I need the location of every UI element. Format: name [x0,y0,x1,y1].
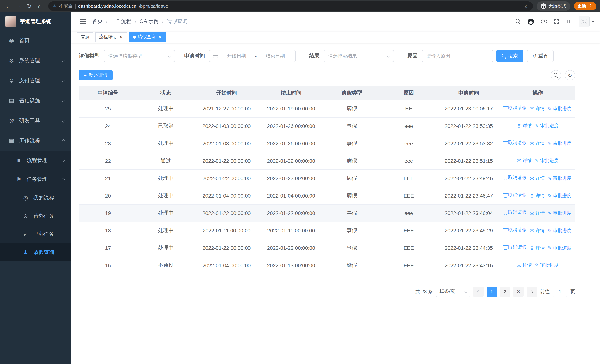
breadcrumb-item-workflow[interactable]: 工作流程 [111,18,131,25]
security-label[interactable]: 不安全 [59,3,73,9]
table-row[interactable]: 24 已取消 2022-01-03 00:00:00 2022-01-26 00… [79,117,575,135]
sidebar-item-leave-query[interactable]: ♟ 请假查询 [0,243,71,261]
search-button[interactable]: 搜索 [496,50,523,62]
next-page-button[interactable] [527,286,537,297]
table-row[interactable]: 21 处理中 2022-01-22 00:00:00 2022-01-23 00… [79,169,575,187]
table-row[interactable]: 19 处理中 2022-01-22 00:00:00 2022-01-22 00… [79,204,575,222]
page-size-select[interactable]: 10条/页 [436,286,470,297]
row-action-detail-button[interactable]: 详情 [517,123,532,129]
tab-leave-query[interactable]: 请假查询 × [129,32,166,42]
table-row[interactable]: 18 处理中 2022-01-11 00:00:00 2022-01-11 00… [79,222,575,239]
sidebar-item-payment[interactable]: ¥ 支付管理 [0,71,71,91]
row-action-progress-button[interactable]: ✎审批进度 [548,245,572,251]
apply-time-range-picker[interactable]: 开始日期 - 结束日期 [209,50,296,62]
row-action-progress-button[interactable]: ✎审批进度 [548,210,572,216]
cell-apply-id: 21 [79,169,137,187]
cell-apply-time: 2022-01-22 23:51:15 [437,152,500,169]
user-avatar-menu[interactable]: ▾ [579,16,594,27]
row-action-cancel-button[interactable]: 取消请假 [504,227,527,233]
search-icon[interactable] [516,19,521,24]
close-tab-icon[interactable]: × [158,34,163,39]
toggle-search-button[interactable] [551,70,561,80]
create-leave-button[interactable]: + 发起请假 [79,70,112,80]
row-action-cancel-button[interactable]: 取消请假 [504,175,527,181]
reason-input[interactable] [422,50,493,62]
breadcrumb-item-oa-example[interactable]: OA 示例 [140,18,159,25]
row-action-detail-button[interactable]: 详情 [530,106,545,112]
sidebar-item-process-mgmt[interactable]: ≡ 流程管理 [0,151,71,170]
sidebar-item-workflow[interactable]: ▣ 工作流程 [0,131,71,151]
help-icon[interactable]: ? [541,19,547,24]
row-action-detail-button[interactable]: 详情 [517,158,532,164]
result-select[interactable]: 请选择流结果 [324,50,394,62]
browser-back-button[interactable]: ← [4,1,13,11]
eye-icon [530,246,534,250]
row-action-progress-button[interactable]: ✎审批进度 [548,193,572,199]
prev-page-button[interactable] [473,286,484,297]
row-action-progress-button[interactable]: ✎审批进度 [548,106,572,112]
sidebar-item-done-tasks[interactable]: ✓ 已办任务 [0,225,71,243]
row-action-progress-button[interactable]: ✎审批进度 [548,140,572,147]
cell-actions: 取消请假详情✎审批进度 [500,222,575,239]
table-row[interactable]: 25 处理中 2021-12-27 00:00:00 2022-01-19 00… [79,100,575,117]
breadcrumb-item-home[interactable]: 首页 [92,18,103,25]
close-tab-icon[interactable]: × [119,34,124,39]
row-action-cancel-button[interactable]: 取消请假 [504,140,527,146]
caret-down-icon: ▾ [592,19,594,24]
cell-leave-type: 病假 [324,169,380,187]
goto-page-input[interactable] [553,286,567,297]
sidebar-item-home[interactable]: ◉ 首页 [0,31,71,51]
row-action-detail-button[interactable]: 详情 [517,262,532,268]
tab-label: 首页 [81,34,90,40]
cell-actions: 取消请假详情✎审批进度 [500,204,575,222]
row-action-cancel-button[interactable]: 取消请假 [504,210,527,216]
browser-update-button[interactable]: 更新 ⋮ [574,2,596,10]
github-icon[interactable] [528,18,534,25]
table-row[interactable]: 23 处理中 2022-01-03 00:00:00 2022-01-26 00… [79,135,575,152]
row-action-progress-button[interactable]: ✎审批进度 [535,158,559,164]
row-action-cancel-button[interactable]: 取消请假 [504,105,527,111]
row-action-cancel-button[interactable]: 取消请假 [504,192,527,198]
tab-process-detail[interactable]: 流程详情 × [95,32,128,42]
sidebar-item-system[interactable]: ⚙ 系统管理 [0,51,71,71]
text-size-icon[interactable]: tT [566,19,572,24]
bookmark-star-icon[interactable]: ☆ [524,3,528,9]
cell-actions: 详情✎审批进度 [500,152,575,169]
row-action-detail-button[interactable]: 详情 [530,228,545,234]
row-action-cancel-button[interactable]: 取消请假 [504,244,527,251]
tab-home[interactable]: 首页 [77,32,94,42]
page-button-1[interactable]: 1 [487,286,497,297]
leave-type-select[interactable]: 请选择请假类型 [104,50,175,62]
cell-status: 处理中 [137,169,195,187]
row-action-progress-button[interactable]: ✎审批进度 [548,228,572,234]
address-bar[interactable]: ⚠ 不安全 dashboard.yudao.iocoder.cn/bpm/oa/… [48,1,533,11]
row-action-detail-button[interactable]: 详情 [530,193,545,199]
refresh-button[interactable]: ↻ [565,70,575,80]
table-row[interactable]: 20 处理中 2022-01-04 00:00:00 2022-01-04 00… [79,187,575,204]
sidebar-item-devtools[interactable]: ⚒ 研发工具 [0,111,71,131]
row-action-progress-button[interactable]: ✎审批进度 [535,262,559,268]
browser-forward-button[interactable]: → [14,1,24,11]
sidebar-item-task-mgmt[interactable]: ⚑ 任务管理 [0,170,71,189]
fullscreen-icon[interactable] [554,19,559,24]
sidebar-item-my-process[interactable]: ◎ 我的流程 [0,189,71,207]
sidebar-item-todo-tasks[interactable]: ⊙ 待办任务 [0,207,71,225]
row-action-progress-button[interactable]: ✎审批进度 [548,175,572,182]
row-action-progress-button[interactable]: ✎审批进度 [535,123,559,129]
sidebar-item-infrastructure[interactable]: ▤ 基础设施 [0,91,71,111]
row-action-detail-button[interactable]: 详情 [530,210,545,216]
table-row[interactable]: 22 通过 2022-01-22 00:00:00 2022-01-22 00:… [79,152,575,169]
cell-reason: eee [380,117,437,135]
collapse-sidebar-icon[interactable] [80,19,86,24]
page-button-2[interactable]: 2 [500,286,510,297]
row-action-detail-button[interactable]: 详情 [530,140,545,147]
reset-button[interactable]: ↺ 重置 [527,50,554,62]
row-action-detail-button[interactable]: 详情 [530,175,545,182]
row-action-detail-button[interactable]: 详情 [530,245,545,251]
browser-home-button[interactable]: ⌂ [35,1,45,11]
page-button-3[interactable]: 3 [513,286,524,297]
table-row[interactable]: 16 不通过 2022-01-04 00:00:00 2022-01-13 00… [79,257,575,274]
table-row[interactable]: 17 处理中 2022-01-22 00:00:00 2022-01-22 00… [79,239,575,257]
image-placeholder-icon [581,19,587,24]
browser-reload-button[interactable]: ↻ [24,1,34,11]
